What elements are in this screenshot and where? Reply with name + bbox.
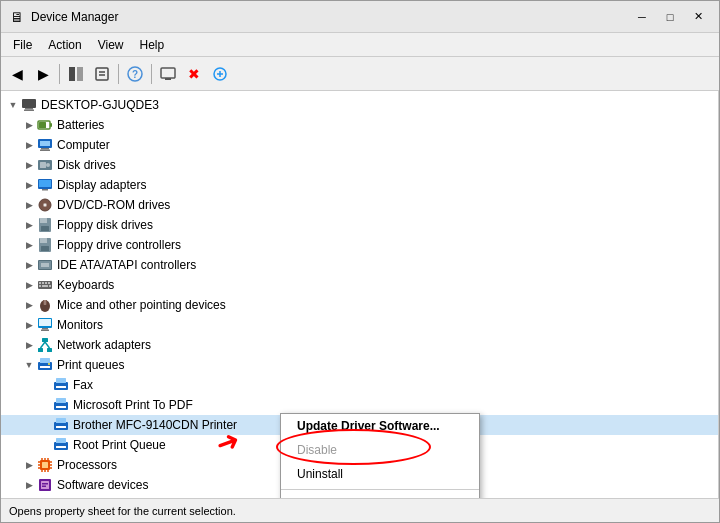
svg-rect-27 bbox=[42, 189, 48, 191]
menu-file[interactable]: File bbox=[5, 36, 40, 54]
svg-rect-42 bbox=[42, 282, 44, 284]
tree-label-mice: Mice and other pointing devices bbox=[57, 298, 226, 312]
expand-icon-root[interactable]: ▼ bbox=[5, 97, 21, 113]
svg-rect-1 bbox=[77, 67, 83, 81]
tree-item-keyboards[interactable]: ▶ Keyboards bbox=[1, 275, 718, 295]
svg-rect-19 bbox=[40, 141, 50, 146]
minimize-button[interactable]: ─ bbox=[629, 7, 655, 27]
context-menu-update-driver[interactable]: Update Driver Software... bbox=[281, 414, 479, 438]
toolbar-separator-3 bbox=[151, 64, 152, 84]
floppy-icon bbox=[37, 217, 53, 233]
svg-text:?: ? bbox=[132, 69, 138, 80]
expand-icon-displayadapters[interactable]: ▶ bbox=[21, 177, 37, 193]
svg-rect-75 bbox=[56, 446, 66, 448]
forward-button[interactable]: ▶ bbox=[31, 62, 55, 86]
tree-label-monitors: Monitors bbox=[57, 318, 103, 332]
menu-action[interactable]: Action bbox=[40, 36, 89, 54]
svg-rect-13 bbox=[25, 108, 33, 110]
tree-label-network: Network adapters bbox=[57, 338, 151, 352]
context-menu-disable[interactable]: Disable bbox=[281, 438, 479, 462]
delete-button[interactable]: ✖ bbox=[182, 62, 206, 86]
svg-rect-20 bbox=[41, 148, 49, 150]
svg-rect-16 bbox=[50, 123, 52, 127]
expand-icon-computer[interactable]: ▶ bbox=[21, 137, 37, 153]
tree-item-ide[interactable]: ▶ IDE ATA/ATAPI controllers bbox=[1, 255, 718, 275]
expand-icon-batteries[interactable]: ▶ bbox=[21, 117, 37, 133]
svg-rect-33 bbox=[41, 226, 49, 231]
svg-rect-92 bbox=[42, 483, 48, 485]
tree-item-floppyctrl[interactable]: ▶ Floppy drive controllers bbox=[1, 235, 718, 255]
menu-view[interactable]: View bbox=[90, 36, 132, 54]
tree-item-mice[interactable]: ▶ Mice and other pointing devices bbox=[1, 295, 718, 315]
expand-icon-processors[interactable]: ▶ bbox=[21, 457, 37, 473]
expand-icon-floppy[interactable]: ▶ bbox=[21, 217, 37, 233]
svg-rect-32 bbox=[40, 218, 47, 223]
device-icon-button[interactable] bbox=[156, 62, 180, 86]
expand-icon-keyboards[interactable]: ▶ bbox=[21, 277, 37, 293]
context-menu-separator-1 bbox=[281, 489, 479, 490]
svg-rect-55 bbox=[42, 338, 48, 342]
expand-icon-monitors[interactable]: ▶ bbox=[21, 317, 37, 333]
toolbar-separator-2 bbox=[118, 64, 119, 84]
back-button[interactable]: ◀ bbox=[5, 62, 29, 86]
tree-label-root: DESKTOP-GJUQDE3 bbox=[41, 98, 159, 112]
expand-icon-storage[interactable]: ▶ bbox=[21, 497, 37, 498]
tree-label-printqueues: Print queues bbox=[57, 358, 124, 372]
expand-icon-ide[interactable]: ▶ bbox=[21, 257, 37, 273]
tree-item-printqueues[interactable]: ▼ Print queues bbox=[1, 355, 718, 375]
svg-rect-91 bbox=[41, 481, 49, 489]
expand-icon-mice[interactable]: ▶ bbox=[21, 297, 37, 313]
properties-button[interactable] bbox=[90, 62, 114, 86]
title-bar: 🖥 Device Manager ─ □ ✕ bbox=[1, 1, 719, 33]
svg-rect-2 bbox=[96, 68, 108, 80]
monitor-icon bbox=[37, 317, 53, 333]
tree-item-batteries[interactable]: ▶ Batteries bbox=[1, 115, 718, 135]
tree-item-network[interactable]: ▶ Network adapters bbox=[1, 335, 718, 355]
tree-label-rootqueue: Root Print Queue bbox=[73, 438, 166, 452]
maximize-button[interactable]: □ bbox=[657, 7, 683, 27]
tree-label-processors: Processors bbox=[57, 458, 117, 472]
tree-item-floppy[interactable]: ▶ Floppy disk drives bbox=[1, 215, 718, 235]
close-button[interactable]: ✕ bbox=[685, 7, 711, 27]
context-menu-uninstall[interactable]: Uninstall bbox=[281, 462, 479, 486]
window-title: Device Manager bbox=[31, 10, 629, 24]
tree-label-floppyctrl: Floppy drive controllers bbox=[57, 238, 181, 252]
tree-item-dvd[interactable]: ▶ DVD/CD-ROM drives bbox=[1, 195, 718, 215]
svg-rect-8 bbox=[165, 78, 171, 80]
svg-rect-71 bbox=[56, 418, 66, 423]
show-hide-button[interactable] bbox=[64, 62, 88, 86]
svg-point-24 bbox=[46, 163, 50, 167]
display-icon bbox=[37, 177, 53, 193]
tree-item-computer[interactable]: ▶ Computer bbox=[1, 135, 718, 155]
help-button[interactable]: ? bbox=[123, 62, 147, 86]
svg-rect-68 bbox=[56, 398, 66, 403]
tree-label-fax: Fax bbox=[73, 378, 93, 392]
tree-item-mspdf[interactable]: ▶ Microsoft Print To PDF bbox=[1, 395, 718, 415]
svg-rect-35 bbox=[40, 238, 47, 243]
tree-item-fax[interactable]: ▶ Fax bbox=[1, 375, 718, 395]
network-icon bbox=[37, 337, 53, 353]
context-menu-scan[interactable]: Scan for hardware changes bbox=[281, 493, 479, 498]
svg-rect-74 bbox=[56, 438, 66, 443]
tree-item-root[interactable]: ▼ DESKTOP-GJUQDE3 bbox=[1, 95, 718, 115]
tree-item-monitors[interactable]: ▶ Monitors bbox=[1, 315, 718, 335]
app-icon: 🖥 bbox=[9, 9, 25, 25]
battery-icon bbox=[37, 117, 53, 133]
tree-item-displayadapters[interactable]: ▶ Display adapters bbox=[1, 175, 718, 195]
disk-icon bbox=[37, 157, 53, 173]
expand-icon-diskdrives[interactable]: ▶ bbox=[21, 157, 37, 173]
menu-help[interactable]: Help bbox=[132, 36, 173, 54]
svg-rect-61 bbox=[40, 358, 50, 363]
expand-icon-network[interactable]: ▶ bbox=[21, 337, 37, 353]
scan-button[interactable] bbox=[208, 62, 232, 86]
expand-icon-dvd[interactable]: ▶ bbox=[21, 197, 37, 213]
tree-item-diskdrives[interactable]: ▶ Disk drives bbox=[1, 155, 718, 175]
expand-icon-printqueues[interactable]: ▼ bbox=[21, 357, 37, 373]
expand-icon-software[interactable]: ▶ bbox=[21, 477, 37, 493]
brother-icon bbox=[53, 417, 69, 433]
svg-rect-53 bbox=[42, 328, 48, 330]
expand-icon-floppyctrl[interactable]: ▶ bbox=[21, 237, 37, 253]
tree-label-mspdf: Microsoft Print To PDF bbox=[73, 398, 193, 412]
svg-rect-65 bbox=[56, 378, 66, 383]
svg-rect-56 bbox=[38, 348, 43, 352]
